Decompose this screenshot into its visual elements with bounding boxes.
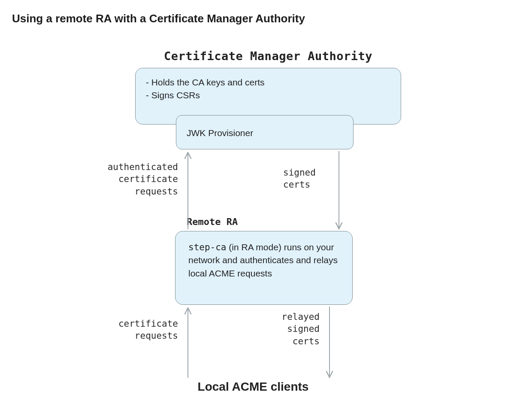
diagram-stage: Certificate Manager Authority - Holds th… xyxy=(0,39,532,407)
label-signed-certs: signed certs xyxy=(283,167,343,191)
cma-body: - Holds the CA keys and certs - Signs CS… xyxy=(146,76,390,102)
cma-heading: Certificate Manager Authority xyxy=(135,49,401,63)
jwk-label: JWK Provisioner xyxy=(187,127,343,140)
page-title: Using a remote RA with a Certificate Man… xyxy=(12,12,305,25)
remote-ra-heading: Remote RA xyxy=(187,216,255,227)
label-authenticated-requests: authenticated certificate requests xyxy=(94,161,178,197)
label-relayed-signed-certs: relayed signed certs xyxy=(270,311,320,347)
cma-body-line: - Signs CSRs xyxy=(146,89,390,102)
local-acme-clients-heading: Local ACME clients xyxy=(167,380,339,394)
remote-ra-body: step-ca (in RA mode) runs on your networ… xyxy=(188,241,342,280)
cma-body-line: - Holds the CA keys and certs xyxy=(146,76,390,89)
jwk-provisioner-box: JWK Provisioner xyxy=(176,115,354,149)
remote-ra-box: step-ca (in RA mode) runs on your networ… xyxy=(175,231,353,305)
label-certificate-requests: certificate requests xyxy=(112,318,178,342)
step-ca-code: step-ca xyxy=(188,242,227,252)
